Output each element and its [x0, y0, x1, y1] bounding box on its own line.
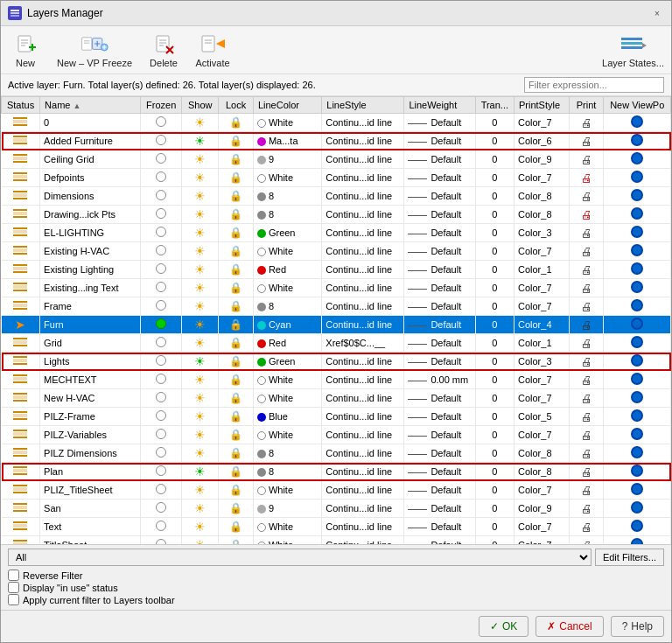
- cell-lock[interactable]: 🔒: [219, 463, 254, 481]
- cell-print[interactable]: 🖨: [569, 389, 604, 408]
- cell-printstyle[interactable]: Color_8: [514, 463, 570, 481]
- cell-print[interactable]: 🖨: [569, 316, 604, 334]
- cell-frozen[interactable]: [141, 463, 182, 481]
- cell-lock[interactable]: 🔒: [219, 132, 254, 150]
- cell-frozen[interactable]: [141, 242, 182, 261]
- cell-print[interactable]: 🖨: [569, 371, 604, 389]
- cell-show[interactable]: ☀: [182, 114, 219, 132]
- cell-lock[interactable]: 🔒: [219, 353, 254, 371]
- cell-print[interactable]: 🖨: [569, 114, 604, 132]
- cell-linecolor[interactable]: White: [253, 536, 321, 545]
- cell-linecolor[interactable]: 9: [253, 500, 321, 518]
- cell-show[interactable]: ☀: [182, 518, 219, 536]
- cell-lock[interactable]: 🔒: [219, 536, 254, 545]
- cell-frozen[interactable]: [141, 279, 182, 297]
- cell-newvp[interactable]: [604, 206, 671, 224]
- cell-show[interactable]: ☀: [182, 500, 219, 518]
- cell-linecolor[interactable]: White: [253, 242, 321, 261]
- cell-print[interactable]: 🖨: [569, 224, 604, 242]
- table-row[interactable]: PILZ Dimensions☀🔒8Continu...id lineDefau…: [2, 444, 671, 463]
- cell-newvp[interactable]: [604, 518, 671, 536]
- cell-linestyle[interactable]: Continu...id line: [322, 536, 404, 545]
- header-tran[interactable]: Tran...: [475, 97, 514, 114]
- header-lineweight[interactable]: LineWeight: [404, 97, 475, 114]
- cell-newvp[interactable]: [604, 169, 671, 187]
- cell-newvp[interactable]: [604, 150, 671, 169]
- cell-newvp[interactable]: [604, 426, 671, 444]
- table-row[interactable]: PILZ-Frame☀🔒BlueContinu...id lineDefault…: [2, 408, 671, 426]
- cell-print[interactable]: 🖨: [569, 463, 604, 481]
- cell-linecolor[interactable]: White: [253, 389, 321, 408]
- cell-show[interactable]: ☀: [182, 444, 219, 463]
- cell-printstyle[interactable]: Color_7: [514, 114, 570, 132]
- cell-linestyle[interactable]: Continu...id line: [322, 297, 404, 316]
- cell-lock[interactable]: 🔒: [219, 389, 254, 408]
- ok-button[interactable]: ✓ OK: [479, 616, 528, 637]
- cell-printstyle[interactable]: Color_7: [514, 481, 570, 500]
- cell-show[interactable]: ☀: [182, 334, 219, 353]
- cell-lock[interactable]: 🔒: [219, 481, 254, 500]
- display-in-use-checkbox[interactable]: [8, 582, 19, 593]
- cell-frozen[interactable]: [141, 150, 182, 169]
- cell-linecolor[interactable]: Ma...ta: [253, 132, 321, 150]
- cell-frozen[interactable]: [141, 187, 182, 206]
- table-row[interactable]: PLIZ_TitleSheet☀🔒WhiteContinu...id lineD…: [2, 481, 671, 500]
- cell-printstyle[interactable]: Color_8: [514, 206, 570, 224]
- cell-show[interactable]: ☀: [182, 297, 219, 316]
- cell-linestyle[interactable]: Continu...id line: [322, 242, 404, 261]
- cell-lineweight[interactable]: Default: [404, 242, 475, 261]
- cell-printstyle[interactable]: Color_7: [514, 389, 570, 408]
- cell-lineweight[interactable]: Default: [404, 481, 475, 500]
- cell-printstyle[interactable]: Color_8: [514, 444, 570, 463]
- table-row[interactable]: Ceiling Grid☀🔒9Continu...id lineDefault0…: [2, 150, 671, 169]
- cell-linecolor[interactable]: Red: [253, 334, 321, 353]
- cell-print[interactable]: 🖨: [569, 334, 604, 353]
- table-row[interactable]: Existing...ing Text☀🔒WhiteContinu...id l…: [2, 279, 671, 297]
- cell-printstyle[interactable]: Color_7: [514, 536, 570, 545]
- cell-newvp[interactable]: [604, 444, 671, 463]
- table-row[interactable]: Defpoints☀🔒WhiteContinu...id lineDefault…: [2, 169, 671, 187]
- cell-print[interactable]: 🖨: [569, 518, 604, 536]
- cell-linestyle[interactable]: Continu...id line: [322, 187, 404, 206]
- cell-show[interactable]: ☀: [182, 463, 219, 481]
- cell-linestyle[interactable]: Continu...id line: [322, 316, 404, 334]
- cell-linecolor[interactable]: Green: [253, 353, 321, 371]
- cell-linecolor[interactable]: 8: [253, 444, 321, 463]
- cell-printstyle[interactable]: Color_3: [514, 224, 570, 242]
- cell-newvp[interactable]: [604, 353, 671, 371]
- cell-lock[interactable]: 🔒: [219, 500, 254, 518]
- cell-linecolor[interactable]: White: [253, 426, 321, 444]
- cell-newvp[interactable]: [604, 279, 671, 297]
- cell-linestyle[interactable]: Continu...id line: [322, 500, 404, 518]
- cell-newvp[interactable]: [604, 132, 671, 150]
- cell-linestyle[interactable]: Continu...id line: [322, 481, 404, 500]
- new-vp-freeze-button[interactable]: New – VP Freeze: [57, 31, 132, 68]
- cell-lock[interactable]: 🔒: [219, 206, 254, 224]
- table-row[interactable]: New H-VAC☀🔒WhiteContinu...id lineDefault…: [2, 389, 671, 408]
- cell-lineweight[interactable]: Default: [404, 353, 475, 371]
- cell-linecolor[interactable]: Cyan: [253, 316, 321, 334]
- cell-frozen[interactable]: [141, 536, 182, 545]
- cell-lineweight[interactable]: Default: [404, 279, 475, 297]
- cell-newvp[interactable]: [604, 371, 671, 389]
- table-row[interactable]: PILZ-Variables☀🔒WhiteContinu...id lineDe…: [2, 426, 671, 444]
- cell-linecolor[interactable]: 8: [253, 463, 321, 481]
- cell-show[interactable]: ☀: [182, 132, 219, 150]
- cell-lineweight[interactable]: Default: [404, 297, 475, 316]
- edit-filters-button[interactable]: Edit Filters...: [595, 549, 664, 566]
- cell-lineweight[interactable]: Default: [404, 334, 475, 353]
- cell-lock[interactable]: 🔒: [219, 187, 254, 206]
- cell-print[interactable]: 🖨: [569, 500, 604, 518]
- cell-show[interactable]: ☀: [182, 150, 219, 169]
- cell-frozen[interactable]: [141, 408, 182, 426]
- header-print[interactable]: Print: [569, 97, 604, 114]
- cell-linecolor[interactable]: White: [253, 169, 321, 187]
- cell-newvp[interactable]: [604, 500, 671, 518]
- cell-newvp[interactable]: [604, 536, 671, 545]
- cell-show[interactable]: ☀: [182, 206, 219, 224]
- cell-lock[interactable]: 🔒: [219, 518, 254, 536]
- cell-print[interactable]: 🖨: [569, 261, 604, 279]
- activate-button[interactable]: Activate: [195, 31, 230, 68]
- cell-lock[interactable]: 🔒: [219, 224, 254, 242]
- cell-lineweight[interactable]: Default: [404, 261, 475, 279]
